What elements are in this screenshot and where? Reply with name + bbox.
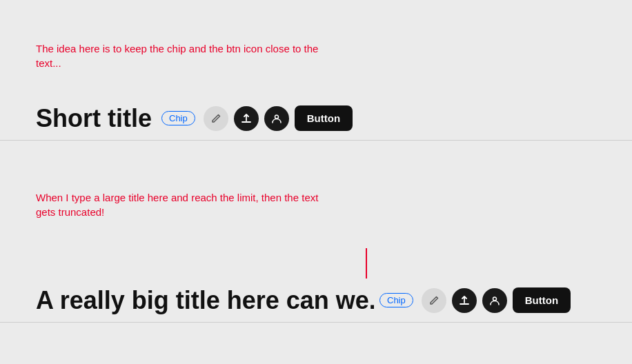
- chip-2-label: Chip: [387, 295, 406, 305]
- page: The idea here is to keep the chip and th…: [0, 0, 632, 364]
- title-2: A really big title here can we...: [36, 286, 374, 315]
- upload-button-1[interactable]: [234, 106, 259, 131]
- action-button-1[interactable]: Button: [295, 105, 353, 131]
- person-button-2[interactable]: [482, 288, 507, 313]
- title-row-2: A really big title here can we... Chip: [0, 279, 632, 323]
- person-icon-1: [271, 113, 282, 124]
- description-bottom: When I type a large title here and reach…: [36, 190, 333, 219]
- description-top: The idea here is to keep the chip and th…: [36, 41, 333, 70]
- upload-icon-2: [459, 295, 470, 306]
- edit-button-2[interactable]: [422, 288, 446, 313]
- chip-1-label: Chip: [169, 113, 188, 123]
- row1-actions: Button: [204, 105, 353, 131]
- person-icon-2: [489, 295, 500, 306]
- svg-point-6: [493, 297, 496, 301]
- title-1: Short title: [36, 104, 152, 133]
- title-row-1: Short title Chip: [0, 97, 632, 141]
- upload-button-2[interactable]: [452, 288, 477, 313]
- person-button-1[interactable]: [264, 106, 289, 131]
- upload-icon-1: [241, 113, 252, 124]
- row2-actions: Button: [422, 287, 571, 313]
- chip-2[interactable]: Chip: [379, 293, 413, 307]
- action-button-2[interactable]: Button: [513, 287, 571, 313]
- edit-button-1[interactable]: [204, 106, 228, 131]
- description-bottom-text: When I type a large title here and reach…: [36, 192, 318, 218]
- pencil-icon-2: [428, 295, 440, 306]
- svg-point-5: [275, 115, 278, 119]
- pencil-icon-1: [210, 113, 221, 124]
- description-top-text: The idea here is to keep the chip and th…: [36, 43, 318, 69]
- chip-1[interactable]: Chip: [161, 111, 195, 125]
